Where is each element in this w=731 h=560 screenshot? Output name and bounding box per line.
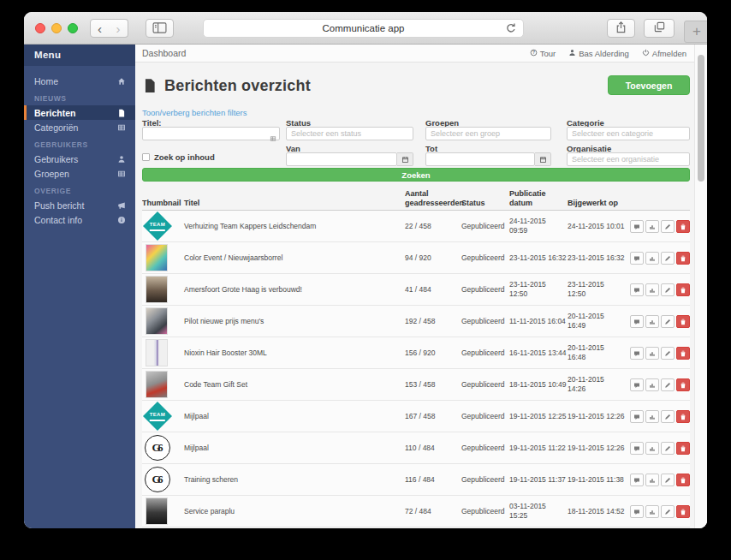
aantal-cell: 41 / 484 <box>405 285 461 295</box>
delete-icon <box>680 283 686 296</box>
tabs-icon <box>653 21 666 36</box>
tot-date-input[interactable] <box>425 152 535 166</box>
publicatie-datum-cell: 03-11-2015 15:25 <box>509 502 568 520</box>
organisatie-select[interactable] <box>567 152 690 166</box>
comment-button[interactable] <box>630 474 644 486</box>
row-actions <box>629 283 690 296</box>
stats-button[interactable] <box>645 347 659 360</box>
topbar-link-afmelden[interactable]: Afmelden <box>642 49 686 58</box>
comment-button[interactable] <box>630 347 644 360</box>
sidebar-toggle-button[interactable] <box>146 19 174 38</box>
groepen-select[interactable] <box>425 127 551 140</box>
van-date-input[interactable] <box>286 152 397 166</box>
edit-icon <box>664 378 671 391</box>
publicatie-datum-cell: 19-11-2015 11:22 <box>509 444 568 453</box>
edit-button[interactable] <box>661 442 675 455</box>
categorie-select[interactable] <box>567 127 690 140</box>
topbar-links: ?TourBas AlderdingAfmelden <box>530 49 686 58</box>
topbar-link-bas-alderding[interactable]: Bas Alderding <box>568 49 629 58</box>
stats-button[interactable] <box>645 378 659 391</box>
chart-icon <box>649 283 656 296</box>
sidebar-item-label: Gebruikers <box>34 154 78 164</box>
delete-button[interactable] <box>676 347 690 360</box>
delete-button[interactable] <box>676 410 690 423</box>
tot-calendar-addon[interactable] <box>535 152 551 166</box>
comment-button[interactable] <box>630 252 644 265</box>
delete-button[interactable] <box>676 474 690 486</box>
delete-button[interactable] <box>676 442 690 455</box>
scrollbar-track[interactable] <box>694 45 707 528</box>
delete-button[interactable] <box>676 315 690 328</box>
sidebar-item-categori-n[interactable]: Categoriën <box>24 120 135 134</box>
status-cell: Gepubliceerd <box>461 380 509 390</box>
topbar-link-tour[interactable]: ?Tour <box>530 49 556 58</box>
filter-toggle-link[interactable]: Toon/verberg berichten filters <box>142 108 247 117</box>
edit-icon <box>664 410 671 423</box>
sidebar-item-gebruikers[interactable]: Gebruikers <box>24 152 135 166</box>
stats-button[interactable] <box>645 410 659 423</box>
stats-button[interactable] <box>645 220 659 233</box>
comment-button[interactable] <box>630 283 644 296</box>
main-content: Dashboard ?TourBas AlderdingAfmelden Ber… <box>135 45 707 528</box>
close-window-button[interactable] <box>35 23 45 33</box>
add-button[interactable]: Toevoegen <box>608 75 690 95</box>
stats-button[interactable] <box>645 474 659 486</box>
scrollbar-thumb[interactable] <box>698 55 704 182</box>
address-bar[interactable]: Communicatie app <box>203 19 524 38</box>
edit-button[interactable] <box>661 378 675 391</box>
comment-button[interactable] <box>630 505 644 518</box>
van-calendar-addon[interactable] <box>397 152 413 166</box>
edit-icon <box>664 474 671 486</box>
comment-button[interactable] <box>630 410 644 423</box>
back-button[interactable]: ‹ <box>90 19 110 38</box>
edit-button[interactable] <box>661 315 675 328</box>
delete-button[interactable] <box>676 220 690 233</box>
minimize-window-button[interactable] <box>51 23 62 33</box>
delete-button[interactable] <box>676 505 690 518</box>
delete-icon <box>680 252 686 265</box>
comment-button[interactable] <box>630 442 644 455</box>
thumbnail-cell <box>142 276 184 303</box>
publicatie-datum-cell: 19-11-2015 12:25 <box>509 412 568 421</box>
stats-button[interactable] <box>645 505 659 518</box>
comment-button[interactable] <box>630 315 644 328</box>
comment-button[interactable] <box>630 378 644 391</box>
edit-button[interactable] <box>661 347 675 360</box>
new-tab-button[interactable]: + <box>684 21 707 43</box>
delete-button[interactable] <box>676 378 690 391</box>
zoom-window-button[interactable] <box>68 23 78 33</box>
stats-button[interactable] <box>645 315 659 328</box>
titel-input[interactable] <box>142 127 280 140</box>
publicatie-datum-cell: 23-11-2015 16:32 <box>509 253 568 263</box>
status-select[interactable] <box>286 127 413 140</box>
forward-button[interactable]: › <box>109 19 128 38</box>
stats-button[interactable] <box>645 252 659 265</box>
comment-button[interactable] <box>630 220 644 233</box>
page-title: Berichten overzicht <box>164 77 311 95</box>
edit-button[interactable] <box>661 283 675 296</box>
stats-button[interactable] <box>645 283 659 296</box>
stats-button[interactable] <box>645 442 659 455</box>
sidebar-item-groepen[interactable]: Groepen <box>24 166 135 181</box>
delete-icon <box>680 442 686 455</box>
zoek-op-inhoud-checkbox[interactable] <box>142 153 150 161</box>
table-header-row: ThumbnailTitelAantal geadresseerdenStatu… <box>142 190 690 211</box>
edit-button[interactable] <box>661 410 675 423</box>
delete-button[interactable] <box>676 283 690 296</box>
zoek-op-inhoud-row: Zoek op inhoud <box>142 152 215 162</box>
share-button[interactable] <box>607 19 635 38</box>
bijgewerkt-op-cell: 20-11-2015 16:49 <box>568 312 629 330</box>
edit-button[interactable] <box>661 220 675 233</box>
edit-button[interactable] <box>661 252 675 265</box>
sidebar-item-home[interactable]: Home <box>24 74 135 88</box>
reload-icon[interactable] <box>505 22 517 34</box>
edit-button[interactable] <box>661 505 675 518</box>
sidebar-item-contact-info[interactable]: Contact info <box>24 212 135 227</box>
delete-button[interactable] <box>676 252 690 265</box>
edit-button[interactable] <box>661 474 675 486</box>
sidebar-item-push-bericht[interactable]: Push bericht <box>24 198 135 212</box>
search-button[interactable]: Zoeken <box>142 168 690 182</box>
tab-overview-button[interactable] <box>644 19 675 38</box>
sidebar-item-berichten[interactable]: Berichten <box>24 105 135 120</box>
thumbnail-cell <box>142 371 184 398</box>
